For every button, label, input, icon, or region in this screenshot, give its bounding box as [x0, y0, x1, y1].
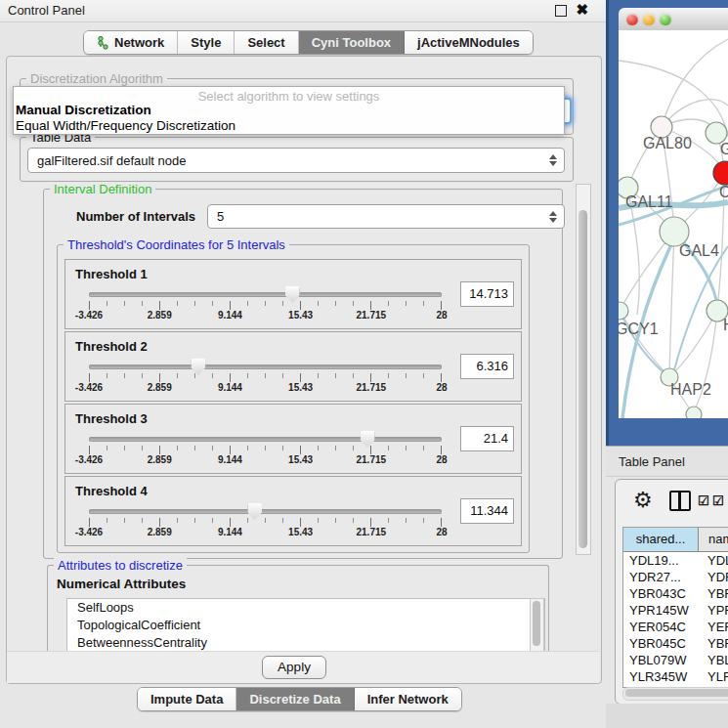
table-row[interactable]: YBR043CYBR043C — [623, 585, 728, 602]
zoom-traffic-light-icon[interactable] — [660, 14, 671, 25]
close-icon[interactable]: ✖ — [576, 1, 588, 19]
table-row[interactable]: YBR045CYBR045C — [623, 635, 728, 652]
slider-track[interactable] — [89, 364, 442, 369]
tab-network[interactable]: Network — [84, 31, 178, 54]
node-label-gal80: GAL80 — [643, 135, 692, 151]
cell[interactable]: YLR345W — [623, 668, 698, 685]
cell[interactable]: YER054C — [698, 619, 728, 635]
table-row[interactable]: YER054CYER054C — [623, 619, 728, 635]
tick-label: 2.859 — [148, 454, 172, 465]
panel-vertical-scrollbar[interactable] — [576, 184, 591, 555]
threshold-4-label: Threshold 4 — [75, 484, 148, 498]
scrollbar-thumb[interactable] — [625, 689, 728, 697]
column-header-name[interactable]: name — [699, 528, 728, 551]
node-label-partial-g: GA — [720, 141, 728, 157]
table-row[interactable]: YDL19...YDL19... — [623, 552, 728, 569]
numerical-attributes-list[interactable]: SelfLoops TopologicalCoefficient Between… — [66, 598, 545, 655]
threshold-3-value-field[interactable]: 21.4 — [460, 426, 514, 451]
table-panel-title: Table Panel — [619, 454, 685, 469]
node-bottom-partial[interactable] — [686, 407, 702, 418]
tab-infer-network[interactable]: Infer Network — [355, 688, 461, 710]
cell[interactable]: YBR045C — [623, 635, 698, 652]
node-selected-red[interactable] — [713, 161, 728, 185]
threshold-3-slider[interactable]: -3.426 2.859 9.144 15.43 21.715 28 — [89, 434, 442, 467]
cell[interactable]: YDL19... — [698, 552, 728, 569]
threshold-4-slider[interactable]: -3.426 2.859 9.144 15.43 21.715 28 — [89, 506, 442, 539]
tab-cyni-toolbox[interactable]: Cyni Toolbox — [299, 31, 405, 54]
table-toolbar: ⚙ ☑ ☑ — [616, 480, 728, 523]
cell[interactable]: YDR27... — [623, 569, 698, 585]
tab-jactive-label: jActiveMNodules — [417, 35, 520, 50]
tick-label: 15.43 — [288, 527, 313, 537]
tick-label: 28 — [436, 454, 447, 465]
tab-style[interactable]: Style — [178, 31, 235, 54]
tab-select[interactable]: Select — [235, 31, 298, 54]
threshold-1-value-field[interactable]: 14.713 — [460, 281, 514, 307]
slider-ticks — [89, 446, 442, 454]
popup-option-equal-width[interactable]: Equal Width/Frequency Discretization — [16, 118, 236, 133]
popup-option-manual[interactable]: Manual Discretization — [16, 103, 151, 117]
threshold-2-slider[interactable]: -3.426 2.859 9.144 15.43 21.715 28 — [89, 362, 442, 395]
gear-icon[interactable]: ⚙ — [633, 488, 653, 513]
network-view-canvas[interactable]: GAL80 GA C GAL11 GAL4 GCY1 H HAP2 — [619, 30, 728, 418]
threshold-3-box: Threshold 3 -3.426 2.859 9.144 15.43 21.… — [64, 404, 522, 474]
tab-discretize-data[interactable]: Discretize Data — [236, 688, 354, 710]
scrollbar-thumb[interactable] — [533, 601, 540, 646]
tick-label: -3.426 — [75, 310, 103, 321]
cell[interactable]: YPR145W — [623, 602, 698, 619]
list-item[interactable]: BetweennessCentrality — [67, 634, 544, 652]
scrollbar-thumb[interactable] — [578, 210, 587, 548]
close-traffic-light-icon[interactable] — [626, 14, 638, 25]
cell[interactable]: YER054C — [623, 619, 698, 635]
cell[interactable]: YPR145W — [698, 602, 728, 619]
float-window-icon[interactable] — [555, 5, 567, 17]
threshold-3-label: Threshold 3 — [75, 411, 148, 426]
slider-track[interactable] — [89, 509, 442, 514]
table-data-combobox[interactable]: galFiltered.sif default node — [27, 148, 565, 173]
cell[interactable]: YBR043C — [623, 585, 698, 602]
tab-network-label: Network — [114, 35, 164, 50]
num-intervals-label: Number of Intervals — [76, 209, 195, 224]
tab-discretize-label: Discretize Data — [249, 692, 340, 707]
tab-impute-data[interactable]: Impute Data — [138, 688, 236, 710]
tab-infer-label: Infer Network — [367, 692, 449, 707]
tick-label: 15.43 — [288, 310, 313, 321]
network-window-titlebar[interactable] — [619, 8, 728, 31]
table-row[interactable]: YLR345WYLR345W — [623, 668, 728, 685]
tick-label: 21.715 — [357, 382, 387, 393]
threshold-4-value-field[interactable]: 11.344 — [460, 498, 514, 524]
tick-label: 15.43 — [288, 454, 313, 465]
list-item[interactable]: TopologicalCoefficient — [67, 617, 544, 634]
checkbox-icon[interactable]: ☑ — [712, 493, 724, 508]
checkbox-icon[interactable]: ☑ — [698, 493, 709, 508]
threshold-2-value-field[interactable]: 6.316 — [460, 354, 514, 379]
split-panel-icon[interactable] — [669, 491, 691, 511]
panel-title: Control Panel — [8, 3, 85, 18]
table-row[interactable]: YBL079WYBL079W — [623, 652, 728, 668]
list-item[interactable]: SelfLoops — [67, 599, 544, 617]
numerical-attributes-label: Numerical Attributes — [57, 577, 186, 591]
slider-track[interactable] — [89, 292, 442, 297]
table-row[interactable]: YDR27...YDR27... — [623, 569, 728, 585]
cell[interactable]: YLR345W — [698, 668, 728, 685]
threshold-1-slider[interactable]: -3.426 2.859 9.144 15.43 21.715 28 — [89, 289, 442, 322]
slider-track[interactable] — [89, 437, 442, 442]
node-gcy1[interactable] — [619, 302, 628, 320]
table-panel-header: Table Panel — [606, 446, 728, 477]
cell[interactable]: YBR043C — [698, 585, 728, 602]
attributes-list-scrollbar[interactable] — [530, 598, 544, 655]
cell[interactable]: YDL19... — [623, 552, 698, 569]
tick-label: 9.144 — [218, 310, 242, 321]
cell[interactable]: YBL079W — [698, 652, 728, 668]
slider-ticks — [89, 518, 442, 527]
column-header-shared[interactable]: shared... — [623, 528, 699, 551]
table-horizontal-scrollbar[interactable] — [622, 687, 728, 701]
minimize-traffic-light-icon[interactable] — [643, 14, 655, 25]
cell[interactable]: YDR27... — [698, 569, 728, 585]
num-intervals-combobox[interactable]: 5 — [207, 204, 565, 229]
table-row[interactable]: YPR145WYPR145W — [623, 602, 728, 619]
apply-button[interactable]: Apply — [262, 656, 326, 679]
tab-jactivemodules[interactable]: jActiveMNodules — [405, 31, 533, 54]
cell[interactable]: YBL079W — [623, 652, 698, 668]
cell[interactable]: YBR045C — [698, 635, 728, 652]
